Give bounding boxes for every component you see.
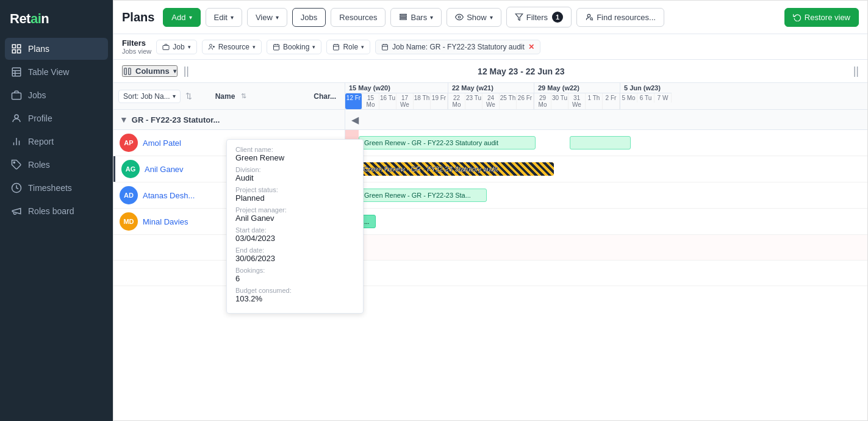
day-5mo: 5 Mo <box>620 93 637 103</box>
manager-label: Project manager: <box>235 206 354 214</box>
job-filter-chip[interactable]: Job ▾ <box>156 40 196 54</box>
show-button[interactable]: Show ▾ <box>447 8 501 27</box>
filter-icon <box>515 13 523 21</box>
day-6tu: 6 Tu <box>637 93 655 103</box>
show-chevron-icon: ▾ <box>490 14 493 21</box>
bars-button[interactable]: Bars ▾ <box>390 8 442 27</box>
sidebar-item-plans-label: Plans <box>28 44 49 54</box>
svg-rect-8 <box>12 93 21 99</box>
sort-mode-icon[interactable]: ⇅ <box>185 92 192 101</box>
svg-rect-4 <box>12 68 21 76</box>
sidebar-item-timesheets[interactable]: Timesheets <box>5 177 108 199</box>
day-18th: 18 Th <box>414 93 431 109</box>
sidebar-item-roles-board[interactable]: Roles board <box>5 200 108 222</box>
find-resources-button[interactable]: Find resources... <box>576 8 664 27</box>
detail-popup: Client name: Green Renew Division: Audit… <box>226 139 364 314</box>
booking-bar[interactable]: Green Renew - GR - FY22-23 Statutory aud… <box>359 162 554 176</box>
bookings-label: Bookings: <box>235 267 354 274</box>
filters-button[interactable]: Filters 1 <box>506 7 572 27</box>
booking-bar[interactable]: Green Renew - GR - FY22-23 Sta... <box>359 189 487 202</box>
status-label: Project status: <box>235 186 354 193</box>
svg-point-18 <box>458 16 461 18</box>
sidebar-item-roles-board-label: Roles board <box>28 206 74 216</box>
day-23tu: 23 Tu <box>465 93 482 109</box>
grid-icon <box>11 43 22 54</box>
collapse-icon[interactable]: ▼ <box>120 115 128 124</box>
day-22mo: 22 Mo <box>448 93 465 109</box>
remove-filter-button[interactable]: ✕ <box>528 43 534 51</box>
filters-title-group: Filters Jobs view <box>122 38 151 55</box>
sort-dropdown[interactable]: Sort: Job Na... ▾ <box>118 90 181 103</box>
sidebar-item-table-view-label: Table View <box>28 67 69 77</box>
client-label: Client name: <box>235 146 354 153</box>
columns-chevron-icon: ▾ <box>173 68 176 74</box>
restore-view-button[interactable]: Restore view <box>784 8 859 27</box>
resource-filter-chip[interactable]: Resource ▾ <box>202 40 262 54</box>
view-button[interactable]: View ▾ <box>247 8 287 27</box>
sidebar-item-report[interactable]: Report <box>5 131 108 153</box>
role-filter-icon <box>332 43 340 51</box>
sidebar-item-plans[interactable]: Plans <box>5 38 108 60</box>
role-filter-chevron: ▾ <box>361 44 364 50</box>
sidebar-item-roles-label: Roles <box>28 160 50 170</box>
booking-filter-chip[interactable]: Booking ▾ <box>267 40 321 54</box>
day-31we: 31 We <box>569 93 586 109</box>
sidebar-item-report-label: Report <box>28 137 54 146</box>
svg-point-20 <box>587 14 590 17</box>
charge-column-header: Char... <box>310 88 340 104</box>
avatar: AD <box>120 186 138 204</box>
resources-button[interactable]: Resources <box>331 8 386 27</box>
columns-icon <box>123 67 132 76</box>
division-label: Division: <box>235 166 354 173</box>
sidebar-item-profile[interactable]: Profile <box>5 107 108 129</box>
booking-bar-2[interactable] <box>570 136 631 149</box>
day-29mo: 29 Mo <box>534 93 551 109</box>
sort-label: Sort: Job Na... <box>123 92 170 101</box>
role-filter-chip[interactable]: Role ▾ <box>326 40 370 54</box>
sidebar-item-jobs[interactable]: Jobs <box>5 84 108 106</box>
sidebar-item-jobs-label: Jobs <box>28 90 46 100</box>
sidebar-item-roles[interactable]: Roles <box>5 154 108 176</box>
svg-rect-33 <box>382 45 388 50</box>
name-sort-icon[interactable]: ⇅ <box>241 92 246 100</box>
date-sep-left: || <box>184 65 189 77</box>
briefcase-icon <box>11 90 22 101</box>
svg-point-9 <box>15 115 18 118</box>
day-12fr: 12 Fr <box>345 93 362 109</box>
end-label: End date: <box>235 246 354 254</box>
filters-bar: Filters Jobs view Job ▾ Resource ▾ Booki… <box>113 34 867 60</box>
start-date-row: Start date: 03/04/2023 <box>235 226 354 243</box>
day-25th: 25 Th <box>500 93 517 109</box>
day-16tu: 16 Tu <box>379 93 396 109</box>
logo-accent: ai <box>30 11 41 26</box>
svg-rect-2 <box>12 50 15 53</box>
division-row: Division: Audit <box>235 166 354 182</box>
resource-timeline: ... <box>345 209 867 234</box>
add-button[interactable]: Add ▾ <box>163 8 200 27</box>
job-group-label[interactable]: GR - FY22-23 Statutor... <box>132 115 220 124</box>
active-filter-chip[interactable]: Job Name: GR - FY22-23 Statutory audit ✕ <box>375 40 540 54</box>
eye-icon <box>455 13 464 21</box>
svg-point-21 <box>590 18 593 20</box>
nav-left-icon[interactable]: ◀ <box>351 114 359 126</box>
sidebar-item-timesheets-label: Timesheets <box>28 183 72 193</box>
edit-button[interactable]: Edit ▾ <box>206 8 242 27</box>
add-chevron-icon: ▾ <box>189 14 192 21</box>
sidebar-item-table-view[interactable]: Table View <box>5 61 108 83</box>
user-icon <box>11 113 22 124</box>
client-name-row: Client name: Green Renew <box>235 146 354 162</box>
svg-rect-0 <box>12 45 15 48</box>
budget-value: 103.2% <box>235 294 262 303</box>
resource-filter-icon <box>208 43 215 51</box>
bar-label: ... <box>364 218 369 225</box>
day-15mo: 15 Mo <box>362 93 379 109</box>
sidebar-item-profile-label: Profile <box>28 113 52 123</box>
person-search-icon <box>585 13 594 21</box>
jobs-button[interactable]: Jobs <box>292 8 326 27</box>
bookings-row: Bookings: 6 <box>235 267 354 283</box>
columns-button[interactable]: Columns ▾ <box>122 65 178 77</box>
booking-bar[interactable]: Green Renew - GR - FY22-23 Statutory aud… <box>359 136 536 149</box>
logo: Retain <box>0 0 113 35</box>
bar-label: Green Renew - GR - FY22-23 Statutory aud… <box>364 165 498 173</box>
svg-rect-16 <box>400 16 407 18</box>
